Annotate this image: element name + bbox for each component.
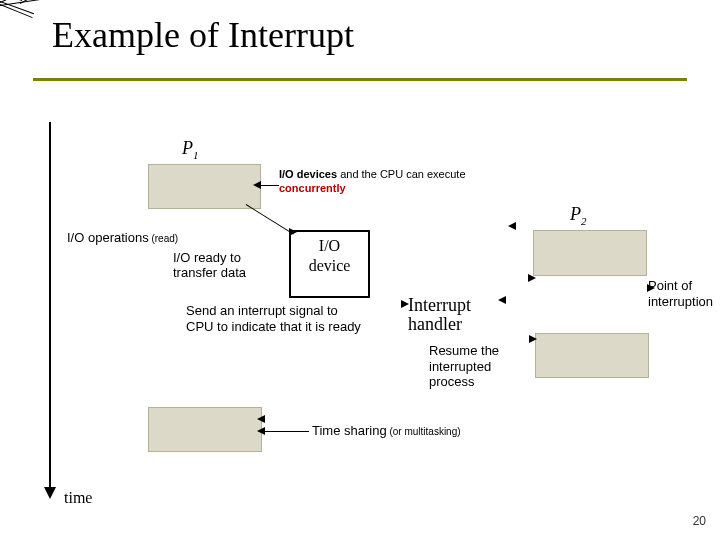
- title-underline: [33, 78, 687, 81]
- note-concurrent: I/O devices and the CPU can execute conc…: [279, 168, 489, 196]
- p2-exec-block-2: [535, 333, 649, 378]
- p2-exec-block-1: [533, 230, 647, 276]
- arrow-p1-to-io-head: [289, 228, 297, 236]
- arrow-concurrent-to-p1: [259, 185, 279, 186]
- io-device-box: I/O device: [289, 230, 370, 298]
- arrow-p2b-to-p1b: [0, 0, 277, 6]
- slide-number: 20: [693, 514, 706, 528]
- note-io-operations: I/O operations (read): [67, 230, 178, 245]
- arrow-concurrent-to-p2-head: [508, 222, 516, 230]
- time-axis-arrowhead: [44, 487, 56, 499]
- arrow-timeshare-connector: [263, 431, 309, 432]
- note-send-signal: Send an interrupt signal to CPU to indic…: [186, 303, 361, 334]
- slide-title: Example of Interrupt: [52, 14, 354, 56]
- process-p1-label: P1: [182, 138, 199, 161]
- note-io-ready: I/O ready to transfer data: [173, 251, 271, 281]
- interrupt-handler-label: Interrupt handler: [408, 296, 471, 334]
- arrow-p1-to-io: [246, 204, 294, 235]
- p1-exec-block-2: [148, 407, 262, 452]
- note-time-sharing: Time sharing (or multitasking): [312, 423, 461, 438]
- arrow-handler-to-p2b-head: [529, 335, 537, 343]
- arrow-io-to-handler-head: [401, 300, 409, 308]
- p1-exec-block-1: [148, 164, 261, 209]
- arrow-p2b-to-p1b-head: [257, 415, 265, 423]
- time-label: time: [64, 489, 92, 507]
- arrow-handler-to-p2a-head: [528, 274, 536, 282]
- arrow-concurrent-to-p1-head: [253, 181, 261, 189]
- note-resume-process: Resume the interrupted process: [429, 343, 525, 390]
- process-p2-label: P2: [570, 204, 587, 227]
- arrow-poi-head: [647, 284, 655, 292]
- arrow-p2a-to-handler-head: [498, 296, 506, 304]
- note-point-of-interruption: Point of interruption: [648, 278, 720, 309]
- arrow-timeshare-head-left: [257, 427, 265, 435]
- time-axis: [49, 122, 51, 490]
